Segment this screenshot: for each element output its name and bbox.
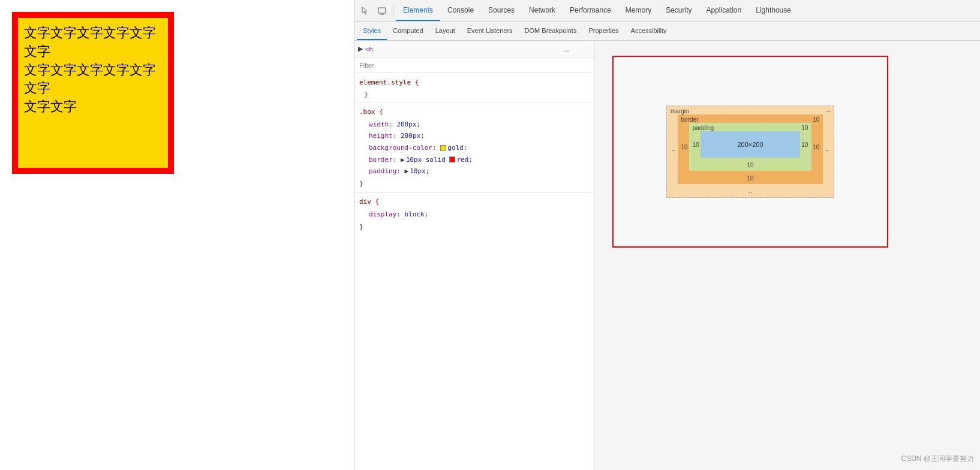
border-bottom-row: 10 [678,171,823,184]
subtab-styles[interactable]: Styles [357,22,387,40]
box-model-diagram: margin – – border 10 [666,106,834,198]
padding-right-val: 10 [800,141,809,148]
border-middle-row: 10 padding 10 [678,123,823,171]
filter-bar: Filter [354,58,594,73]
border-top-val: 10 [813,116,819,123]
devtools-toolbar: Elements Console Sources Network Perform… [354,0,980,22]
svg-rect-0 [378,8,386,13]
subtab-layout[interactable]: Layout [429,22,461,40]
filter-label: Filter [359,62,374,69]
top-tabs: Elements Console Sources Network Perform… [396,0,978,21]
subtab-event-listeners[interactable]: Event Listeners [461,22,519,40]
tab-elements[interactable]: Elements [396,0,440,21]
sub-tabs: Styles Computed Layout Event Listeners D… [354,22,980,41]
padding-middle-row: 10 200×200 10 [689,131,812,158]
tab-network[interactable]: Network [522,0,563,21]
padding-box: padding 10 10 200×200 [689,123,812,171]
element-style-rule: element.style { } [354,76,594,101]
device-toggle-icon[interactable] [374,2,390,19]
padding-bottom-val: 10 [747,162,753,168]
styles-panel: ▶ <h ... Filter element.style { } .b [354,41,594,470]
box-close: } [354,177,594,191]
dots-row: ... [564,46,570,53]
rule-separator [354,103,594,103]
padding-bottom-row: 10 [689,158,812,171]
cursor-tool-icon[interactable] [357,2,374,19]
border-label: border [681,116,699,123]
margin-top-row: margin – [667,106,834,115]
tab-application[interactable]: Application [699,0,749,21]
devtools-panel: Elements Console Sources Network Perform… [354,0,980,470]
padding-label: padding [693,125,714,131]
svg-rect-1 [380,14,384,15]
width-prop: width : 200px ; [354,119,594,131]
margin-middle-row: – border 10 10 [667,115,834,184]
padding-top-val: 10 [801,125,808,131]
margin-box: margin – – border 10 [666,106,834,198]
box-rule: .box { width : 200px ; height : 200px ; [354,104,594,191]
styles-content[interactable]: element.style { } .box { width : 200px ; [354,73,594,470]
gold-swatch[interactable] [440,145,446,151]
margin-bottom-row: – [667,184,834,197]
tab-console[interactable]: Console [440,0,481,21]
display-prop: display : block ; [354,209,594,221]
element-style-selector: element.style { [354,77,594,89]
expand-arrow: ▶ [358,45,363,53]
element-style-close: } [354,89,594,101]
div-selector: div { [354,195,594,209]
border-prop: border : ▶ 10px solid red ; [354,154,594,166]
padding-left-val: 10 [692,141,701,148]
border-top-row: border 10 [678,115,823,123]
rule-separator-2 [354,192,594,193]
margin-label: margin [671,108,689,115]
div-rule: div { display : block ; } [354,194,594,234]
subtab-properties[interactable]: Properties [582,22,624,40]
tab-security[interactable]: Security [659,0,699,21]
html-element-row[interactable]: ▶ <h ... [354,41,594,58]
box-model-area: margin – – border 10 [612,56,888,248]
tab-lighthouse[interactable]: Lighthouse [748,0,798,21]
div-close: } [354,221,594,234]
subtab-dom-breakpoints[interactable]: DOM Breakpoints [519,22,583,40]
subtab-accessibility[interactable]: Accessibility [625,22,673,40]
border-left-val: 10 [680,144,689,150]
page-area: 文字文字文字文字文字文字 文字文字文字文字文字文字 文字文字 [0,0,354,470]
height-prop: height : 200px ; [354,130,594,142]
toolbar-separator [393,5,393,17]
margin-top-val: – [826,108,830,115]
tab-sources[interactable]: Sources [481,0,522,21]
demo-box: 文字文字文字文字文字文字 文字文字文字文字文字文字 文字文字 [12,12,174,174]
margin-left-val: – [669,146,678,153]
border-right-val: 10 [811,144,820,150]
computed-panel: margin – – border 10 [594,41,980,470]
subtab-computed[interactable]: Computed [387,22,429,40]
content-dimensions: 200×200 [737,141,763,148]
tab-memory[interactable]: Memory [618,0,659,21]
padding-top-row: padding 10 [689,123,812,131]
content-box: 200×200 [701,131,800,158]
element-tag: <h [365,46,373,53]
tab-performance[interactable]: Performance [563,0,618,21]
box-selector: .box { [354,106,594,119]
border-box: border 10 10 [678,115,823,184]
margin-right-val: – [823,146,831,153]
border-bottom-val: 10 [747,175,753,182]
watermark: CSDN @王同学要努力 [901,454,974,464]
bgcolor-prop: background-color : gold ; [354,142,594,154]
red-swatch[interactable] [449,156,455,162]
devtools-content: ▶ <h ... Filter element.style { } .b [354,41,980,470]
margin-bottom-val: – [748,188,752,195]
padding-prop: padding : ▶ 10px ; [354,165,594,177]
